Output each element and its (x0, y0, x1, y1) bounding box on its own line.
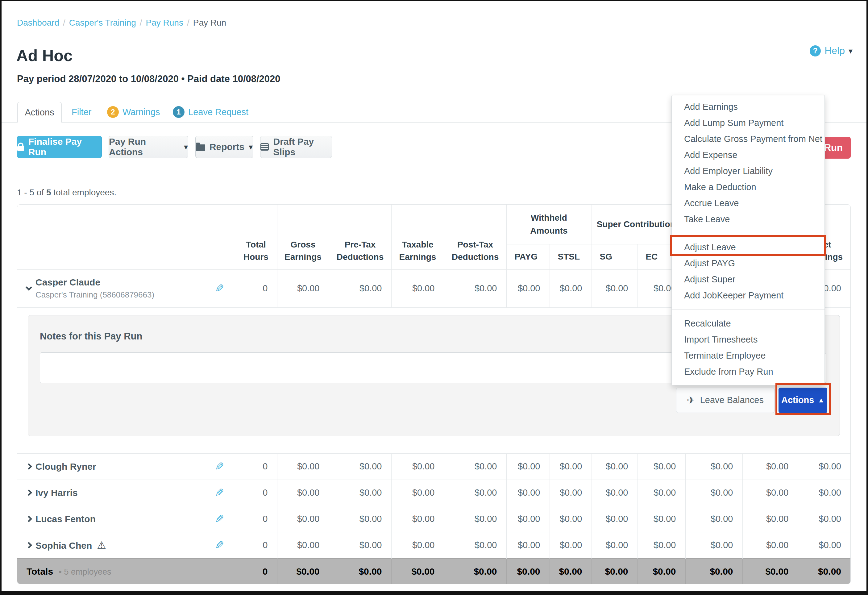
employee-name[interactable]: Ivy Harris (35, 487, 78, 498)
caret-down-icon: ▾ (184, 143, 188, 151)
edit-pencil-icon[interactable]: ✎ (215, 512, 224, 526)
value-cell: $0.00 (743, 480, 798, 506)
menu-item-terminate-employee[interactable]: Terminate Employee (672, 347, 825, 363)
value-cell: $0.00 (549, 532, 592, 558)
value-cell: $0.00 (506, 453, 549, 480)
edit-pencil-icon[interactable]: ✎ (215, 486, 224, 499)
notes-title: Notes for this Pay Run (40, 331, 142, 342)
menu-divider (672, 233, 825, 233)
totals-value-cell: $0.00 (506, 558, 549, 584)
totals-value-cell: $0.00 (638, 558, 685, 584)
menu-item-add-expense[interactable]: Add Expense (672, 147, 825, 163)
totals-value-cell: $0.00 (549, 558, 592, 584)
menu-item-add-lump-sum-payment[interactable]: Add Lump Sum Payment (672, 115, 825, 131)
breadcrumb-business[interactable]: Casper's Training (69, 18, 136, 28)
value-cell: $0.00 (329, 480, 391, 506)
menu-item-add-earnings[interactable]: Add Earnings (672, 99, 825, 115)
tab-leave-request-label: Leave Request (188, 107, 248, 117)
tab-actions[interactable]: Actions (17, 102, 62, 123)
help-icon: ? (810, 45, 821, 56)
menu-item-import-timesheets[interactable]: Import Timesheets (672, 331, 825, 347)
totals-value-cell: 0 (235, 558, 277, 584)
employee-cell[interactable]: Clough Ryner✎ (17, 453, 235, 480)
value-cell: $0.00 (549, 480, 592, 506)
employee-actions-button[interactable]: Actions ▲ (778, 388, 827, 413)
value-cell: $0.00 (638, 453, 685, 480)
chevron-right-icon[interactable] (26, 489, 32, 496)
chevron-right-icon[interactable] (26, 463, 32, 470)
caret-up-icon: ▲ (818, 396, 825, 404)
value-cell: $0.00 (592, 269, 638, 307)
pay-run-actions-button[interactable]: Pay Run Actions ▾ (109, 136, 188, 158)
employee-cell[interactable]: Sophia Chen⚠✎ (17, 532, 235, 558)
menu-item-recalculate[interactable]: Recalculate (672, 315, 825, 331)
menu-item-calculate-gross-payment-from-net[interactable]: Calculate Gross Payment from Net (672, 131, 825, 147)
menu-item-exclude-from-pay-run[interactable]: Exclude from Pay Run (672, 363, 825, 379)
value-cell: $0.00 (549, 453, 592, 480)
value-cell: $0.00 (444, 532, 506, 558)
reports-button[interactable]: Reports ▾ (195, 136, 253, 158)
pay-period-subtitle: Pay period 28/07/2020 to 10/08/2020 • Pa… (17, 74, 280, 84)
menu-item-take-leave[interactable]: Take Leave (672, 211, 825, 227)
window-frame-bottom (0, 591, 868, 595)
value-cell: $0.00 (277, 506, 329, 532)
employee-name[interactable]: Sophia Chen (35, 540, 92, 551)
edit-pencil-icon[interactable]: ✎ (215, 460, 224, 473)
draft-pay-slips-label: Draft Pay Slips (273, 136, 332, 157)
help-label: Help (825, 45, 845, 56)
totals-value-cell: $0.00 (277, 558, 329, 584)
menu-item-add-jobkeeper-payment[interactable]: Add JobKeeper Payment (672, 287, 825, 303)
finalise-label: Finalise Pay Run (28, 136, 102, 157)
edit-pencil-icon[interactable]: ✎ (215, 539, 224, 552)
employee-name[interactable]: Casper Claude (35, 277, 100, 287)
breadcrumb-separator: / (187, 18, 189, 28)
window-frame-right (867, 0, 868, 595)
breadcrumb-pay-runs[interactable]: Pay Runs (146, 18, 183, 28)
value-cell: $0.00 (743, 506, 798, 532)
value-cell: $0.00 (277, 532, 329, 558)
breadcrumb-dashboard[interactable]: Dashboard (17, 18, 59, 28)
value-cell: $0.00 (391, 453, 444, 480)
chevron-right-icon[interactable] (26, 542, 32, 548)
menu-item-adjust-super[interactable]: Adjust Super (672, 271, 825, 287)
employee-actions-label: Actions (781, 395, 814, 405)
employee-cell[interactable]: Lucas Fenton✎ (17, 506, 235, 532)
tab-leave-request[interactable]: 1 Leave Request (173, 102, 248, 122)
tab-filter[interactable]: Filter (72, 102, 92, 122)
lock-icon (17, 146, 24, 151)
value-cell: $0.00 (638, 532, 685, 558)
menu-item-adjust-payg[interactable]: Adjust PAYG (672, 255, 825, 271)
value-cell: $0.00 (391, 269, 444, 307)
value-cell: 0 (235, 269, 277, 307)
menu-item-make-a-deduction[interactable]: Make a Deduction (672, 179, 825, 195)
draft-pay-slips-button[interactable]: Draft Pay Slips (260, 136, 332, 158)
employee-row: Clough Ryner✎0$0.00$0.00$0.00$0.00$0.00$… (17, 453, 850, 480)
col-gross-earnings: Gross Earnings (277, 205, 329, 269)
employee-cell[interactable]: Casper ClaudeCasper's Training (58606879… (17, 269, 235, 307)
menu-item-adjust-leave[interactable]: Adjust Leave (672, 239, 825, 255)
edit-pencil-icon[interactable]: ✎ (215, 282, 224, 295)
group-withheld-amounts: Withheld Amounts (506, 205, 592, 244)
totals-value-cell: $0.00 (391, 558, 444, 584)
help-menu[interactable]: ? Help ▾ (810, 45, 853, 56)
delete-pay-run-label: Run (824, 142, 843, 154)
value-cell: $0.00 (685, 506, 743, 532)
chevron-right-icon[interactable] (26, 516, 32, 522)
employee-actions-menu: Add EarningsAdd Lump Sum PaymentCalculat… (672, 95, 825, 385)
leave-balances-button[interactable]: ✈ Leave Balances (676, 388, 775, 413)
menu-item-accrue-leave[interactable]: Accrue Leave (672, 195, 825, 211)
tab-warnings[interactable]: 2 Warnings (107, 102, 160, 122)
employee-cell[interactable]: Ivy Harris✎ (17, 480, 235, 506)
employee-name[interactable]: Lucas Fenton (35, 514, 96, 524)
totals-value-cell: $0.00 (592, 558, 638, 584)
airplane-icon: ✈ (687, 394, 695, 406)
value-cell: $0.00 (592, 453, 638, 480)
value-cell: $0.00 (638, 506, 685, 532)
employee-name[interactable]: Clough Ryner (35, 461, 96, 472)
value-cell: $0.00 (798, 532, 850, 558)
breadcrumb-current: Pay Run (193, 18, 226, 28)
finalise-pay-run-button[interactable]: Finalise Pay Run (17, 136, 102, 158)
menu-item-add-employer-liability[interactable]: Add Employer Liability (672, 163, 825, 179)
breadcrumb: Dashboard/Casper's Training/Pay Runs/Pay… (17, 18, 226, 28)
chevron-down-icon[interactable] (26, 284, 32, 291)
